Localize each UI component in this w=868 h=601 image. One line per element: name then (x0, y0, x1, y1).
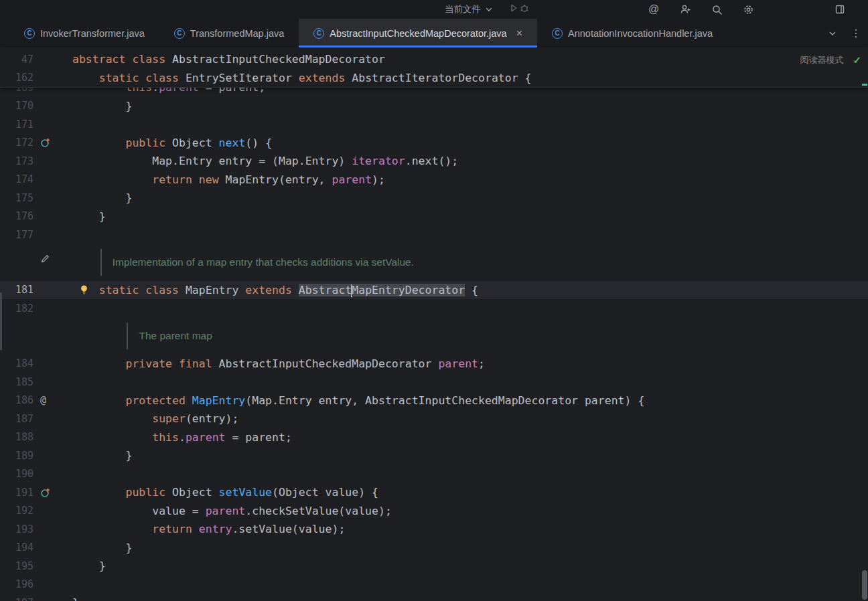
line-number[interactable]: 174 (0, 173, 33, 185)
class-icon: C (174, 28, 185, 39)
line-number[interactable]: 191 (0, 487, 33, 499)
code-text: Map.Entry entry = (Map.Entry) iterator.n… (72, 152, 458, 171)
debug-icon[interactable] (519, 3, 530, 13)
line-number[interactable]: 47 (0, 54, 33, 66)
override-icon[interactable] (40, 487, 51, 498)
code-line[interactable]: 181 static class MapEntry extends Abstra… (0, 281, 868, 300)
tab-label: InvokerTransformer.java (40, 28, 145, 39)
settings-icon[interactable] (743, 4, 754, 15)
tab[interactable]: CAnnotationInvocationHandler.java (537, 19, 727, 48)
line-number[interactable]: 162 (0, 72, 33, 84)
tab[interactable]: CAbstractInputCheckedMapDecorator.java× (299, 19, 537, 48)
line-number[interactable]: 173 (0, 155, 33, 167)
chevron-down-icon[interactable] (828, 29, 837, 38)
code-line[interactable]: 188 this.parent = parent; (0, 428, 868, 447)
code-text: } (72, 557, 106, 576)
code-line[interactable]: 177 (0, 226, 868, 244)
gutter-icon-slot (33, 446, 72, 465)
code-line[interactable]: 184 private final AbstractInputCheckedMa… (0, 355, 868, 373)
code-line[interactable]: 186@ protected MapEntry(Map.Entry entry,… (0, 392, 868, 410)
reader-mode-label[interactable]: 阅读器模式 (800, 54, 843, 66)
gutter-icon-slot (33, 410, 72, 428)
run-config-selector[interactable]: 当前文件 (445, 3, 494, 15)
line-number[interactable]: 192 (0, 505, 33, 517)
gutter-icon-slot (33, 318, 72, 355)
line-number[interactable]: 188 (0, 431, 33, 443)
gutter-icon-slot (33, 520, 72, 539)
line-number[interactable]: 182 (0, 303, 33, 315)
close-tab-icon[interactable]: × (516, 27, 522, 39)
line-number[interactable]: 181 (0, 284, 33, 296)
more-vertical-icon[interactable]: ⋮ (851, 28, 861, 39)
pencil-icon[interactable] (40, 254, 50, 264)
code-text: static class MapEntry extends AbstractMa… (72, 281, 478, 300)
code-line[interactable]: 194 } (0, 539, 868, 557)
gutter-icon-slot (33, 207, 72, 226)
line-number[interactable]: 186 (0, 394, 33, 406)
code-line[interactable]: 190 (0, 465, 868, 484)
code-line[interactable]: 185 (0, 373, 868, 392)
line-number[interactable]: 190 (0, 468, 33, 480)
code-line[interactable]: 175 } (0, 189, 868, 207)
code-line[interactable]: 196 (0, 576, 868, 594)
search-icon[interactable] (711, 4, 723, 15)
code-text: public Object next() { (72, 134, 272, 153)
code-text: return entry.setValue(value); (72, 520, 345, 539)
gutter-icon-slot (33, 355, 72, 373)
code-line[interactable]: 171 (0, 115, 868, 134)
line-number[interactable]: 196 (0, 578, 33, 590)
line-number[interactable]: 185 (0, 376, 33, 388)
line-number[interactable]: 177 (0, 229, 33, 241)
annotation-icon[interactable]: @ (40, 394, 46, 406)
line-number[interactable]: 184 (0, 357, 33, 369)
code-line[interactable]: 182 (0, 299, 868, 318)
code-line[interactable]: 192 value = parent.checkSetValue(value); (0, 502, 868, 521)
line-number[interactable]: 171 (0, 118, 33, 131)
line-number[interactable]: 193 (0, 523, 33, 535)
left-scrollbar[interactable] (0, 292, 2, 350)
inspections-ok-icon[interactable]: ✓ (853, 54, 861, 66)
line-number[interactable]: 176 (0, 210, 33, 222)
doc-comment-bar: The parent map (127, 323, 212, 349)
line-number[interactable]: 195 (0, 560, 33, 572)
line-number[interactable]: 170 (0, 100, 33, 112)
layout-icon[interactable] (835, 4, 845, 15)
code-line[interactable]: 197} (0, 594, 868, 601)
code-line[interactable]: 193 return entry.setValue(value); (0, 520, 868, 539)
line-number[interactable]: 194 (0, 541, 33, 553)
line-number[interactable]: 189 (0, 450, 33, 462)
code-line[interactable]: 47abstract class AbstractInputCheckedMap… (0, 50, 868, 69)
gutter-icon-slot (33, 115, 72, 134)
gutter-icon-slot (33, 69, 72, 88)
line-number[interactable]: 172 (0, 137, 33, 149)
code-line[interactable]: 187 super(entry); (0, 410, 868, 428)
code-line[interactable]: 195 } (0, 557, 868, 576)
lightbulb-icon[interactable] (79, 284, 89, 295)
code-line[interactable]: 162 static class EntrySetIterator extend… (0, 69, 868, 88)
code-line[interactable]: 169 this.parent = parent; (0, 88, 868, 97)
code-line[interactable]: 191 public Object setValue(Object value)… (0, 483, 868, 502)
tab-label: TransformedMap.java (190, 28, 285, 39)
code-line[interactable]: 174 return new MapEntry(entry, parent); (0, 171, 868, 189)
vertical-scrollbar-thumb[interactable] (862, 570, 867, 600)
code-line[interactable]: 189 } (0, 446, 868, 465)
line-number[interactable]: 187 (0, 413, 33, 425)
code-line[interactable]: 172 public Object next() { (0, 134, 868, 153)
gutter-icon-slot (33, 50, 72, 69)
code-line[interactable]: 170 } (0, 97, 868, 116)
at-sign-icon[interactable]: @ (648, 4, 659, 15)
code-line[interactable]: 176 } (0, 207, 868, 226)
line-number[interactable]: 197 (0, 597, 33, 601)
play-icon[interactable] (508, 3, 519, 13)
analysis-marker[interactable] (862, 84, 867, 86)
tab[interactable]: CTransformedMap.java (159, 19, 299, 48)
line-number[interactable]: 169 (0, 88, 33, 94)
gutter-icon-slot (33, 465, 72, 484)
main-toolbar: 当前文件 @ (0, 0, 868, 19)
override-icon[interactable] (40, 137, 51, 148)
code-editor[interactable]: 169 this.parent = parent;170 }171172 pub… (0, 88, 868, 601)
line-number[interactable]: 175 (0, 192, 33, 204)
user-plus-icon[interactable] (679, 3, 691, 15)
code-line[interactable]: 173 Map.Entry entry = (Map.Entry) iterat… (0, 152, 868, 171)
tab[interactable]: CInvokerTransformer.java (9, 19, 159, 48)
